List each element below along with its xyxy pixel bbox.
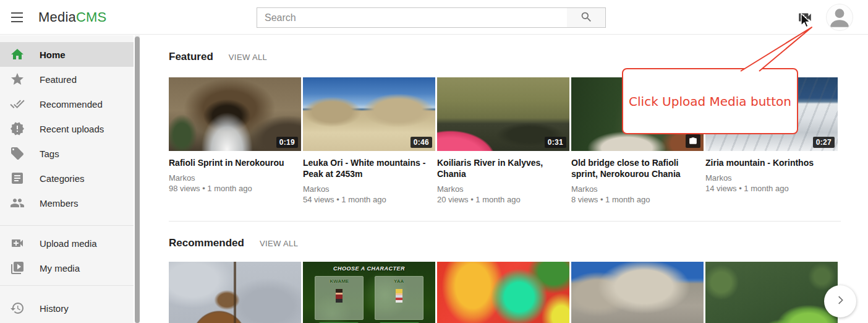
- categories-icon: [10, 171, 25, 186]
- sidebar-item-home[interactable]: Home: [0, 42, 134, 67]
- duration-badge: 0:27: [813, 137, 835, 148]
- video-card[interactable]: 0:19 Rafioli Sprint in Nerokourou Markos…: [169, 77, 301, 221]
- sidebar-item-tags[interactable]: Tags: [0, 141, 134, 166]
- sidebar-item-recent-uploads[interactable]: Recent uploads: [0, 116, 134, 141]
- video-title[interactable]: Ziria mountain - Korinthos: [705, 157, 838, 168]
- sidebar-item-recommended[interactable]: Recommended: [0, 92, 134, 116]
- duration-badge: 0:31: [545, 137, 566, 148]
- video-thumbnail[interactable]: 0:31: [437, 77, 569, 151]
- video-card[interactable]: 0:31 Koiliaris River in Kalyves, Chania …: [437, 77, 569, 221]
- recommended-cards-row: CHOOSE A CHARACTER KWAME YAA Selected Se…: [169, 262, 841, 323]
- tutorial-callout: Click Upload Media button: [622, 68, 798, 134]
- search-input[interactable]: [257, 7, 568, 28]
- search-button[interactable]: [567, 7, 606, 28]
- user-avatar[interactable]: [827, 4, 853, 30]
- menu-icon[interactable]: [10, 9, 27, 26]
- video-thumbnail[interactable]: [437, 262, 569, 323]
- character-panel: YAA: [375, 276, 423, 320]
- sidebar-item-label: Recent uploads: [40, 124, 104, 134]
- sidebar-item-categories[interactable]: Categories: [0, 166, 134, 191]
- callout-text: Click Upload Media button: [629, 94, 791, 109]
- top-bar: MediaCMS: [0, 0, 868, 35]
- section-title: Recommended: [169, 237, 244, 249]
- featured-section-header: Featured VIEW ALL: [169, 51, 841, 63]
- recommended-section-header: Recommended VIEW ALL: [169, 237, 841, 249]
- star-icon: [10, 72, 25, 87]
- home-icon: [10, 47, 25, 62]
- sidebar-divider: [0, 285, 134, 286]
- video-meta: 14 views • 1 month ago: [705, 183, 838, 194]
- video-thumbnail[interactable]: CHOOSE A CHARACTER KWAME YAA Selected Se…: [303, 262, 435, 323]
- video-meta: 98 views • 1 month ago: [169, 183, 301, 194]
- sidebar-item-label: Home: [40, 50, 66, 60]
- sidebar-item-label: History: [40, 303, 69, 314]
- camera-icon: [686, 134, 700, 148]
- sidebar-item-upload-media[interactable]: Upload media: [0, 231, 134, 256]
- video-title[interactable]: Rafioli Sprint in Nerokourou: [169, 157, 301, 168]
- sidebar-item-label: Tags: [40, 149, 59, 159]
- logo-prefix: Media: [38, 9, 76, 25]
- done-all-icon: [10, 97, 25, 111]
- video-thumbnail[interactable]: 0:19: [169, 77, 301, 151]
- video-thumbnail[interactable]: [169, 262, 301, 323]
- duration-badge: 0:46: [411, 137, 432, 148]
- sidebar-item-label: Featured: [40, 74, 77, 85]
- video-title[interactable]: Koiliaris River in Kalyves, Chania: [437, 157, 569, 179]
- sidebar-item-history[interactable]: History: [0, 296, 134, 321]
- sidebar-item-featured[interactable]: Featured: [0, 67, 134, 92]
- video-title[interactable]: Leuka Ori - White mountains - Peak at 24…: [303, 157, 435, 179]
- sidebar-item-label: Upload media: [40, 238, 97, 249]
- video-meta: 8 views • 1 month ago: [571, 194, 704, 205]
- video-author[interactable]: Markos: [571, 184, 704, 194]
- video-library-icon: [10, 261, 25, 275]
- view-all-link[interactable]: VIEW ALL: [260, 239, 298, 248]
- video-author[interactable]: Markos: [705, 173, 838, 183]
- person-icon: [827, 22, 853, 30]
- search-icon: [580, 11, 593, 25]
- section-title: Featured: [169, 51, 213, 63]
- sidebar-divider: [0, 225, 134, 226]
- sidebar-item-label: Members: [40, 198, 79, 209]
- video-title[interactable]: Old bridge close to Rafioli sprint, Nero…: [571, 157, 704, 179]
- sidebar: Home Featured Recommended Recent uploads…: [0, 35, 134, 323]
- video-card[interactable]: 0:46 Leuka Ori - White mountains - Peak …: [303, 77, 435, 221]
- sidebar-item-members[interactable]: Members: [0, 191, 134, 215]
- app-logo[interactable]: MediaCMS: [38, 0, 106, 35]
- upload-media-button[interactable]: [797, 9, 813, 25]
- carousel-next-button[interactable]: [824, 285, 856, 317]
- sidebar-scrollbar-thumb[interactable]: [135, 37, 140, 323]
- character-name: KWAME: [315, 278, 363, 284]
- tag-icon: [10, 146, 25, 161]
- history-icon: [10, 301, 25, 316]
- video-author[interactable]: Markos: [169, 173, 301, 183]
- video-call-icon: [10, 236, 25, 251]
- members-icon: [10, 196, 25, 210]
- video-thumbnail[interactable]: 0:46: [303, 77, 435, 151]
- character-name: YAA: [375, 278, 423, 284]
- video-call-icon: [797, 17, 813, 27]
- video-author[interactable]: Markos: [303, 184, 435, 194]
- character-sprite: [396, 289, 402, 303]
- new-releases-icon: [10, 121, 25, 136]
- sidebar-item-label: Recommended: [40, 99, 103, 110]
- video-meta: 54 views • 1 month ago: [303, 194, 435, 205]
- duration-badge: 0:19: [276, 137, 298, 148]
- sidebar-item-label: My media: [40, 263, 80, 273]
- game-screen-title: CHOOSE A CHARACTER: [303, 265, 435, 272]
- character-sprite: [336, 289, 343, 303]
- sidebar-item-my-media[interactable]: My media: [0, 256, 134, 280]
- view-all-link[interactable]: VIEW ALL: [229, 53, 267, 62]
- video-thumbnail[interactable]: [705, 262, 838, 323]
- video-author[interactable]: Markos: [437, 184, 569, 194]
- section-divider: [169, 221, 841, 222]
- video-thumbnail[interactable]: [571, 262, 704, 323]
- character-panel: KWAME: [315, 276, 364, 320]
- logo-suffix: CMS: [76, 9, 107, 25]
- video-meta: 20 views • 1 month ago: [437, 194, 569, 205]
- chevron-right-icon: [833, 293, 847, 309]
- sidebar-item-label: Categories: [40, 173, 85, 184]
